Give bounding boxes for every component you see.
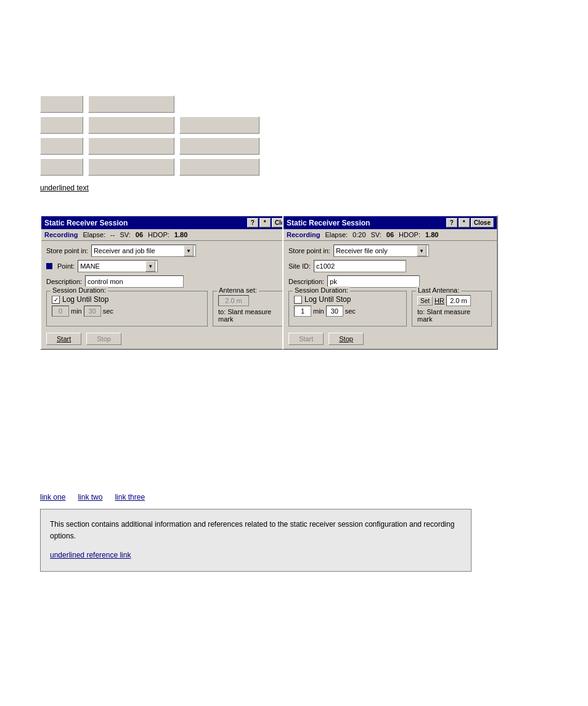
grid-btn-6[interactable]	[40, 137, 83, 155]
dialog2-pin-button[interactable]: *	[459, 218, 470, 227]
dialog1-description-row: Description:	[46, 275, 293, 288]
dialog1-session-antenna-row: Session Duration: Log Until Stop min sec…	[46, 291, 293, 330]
dialog1-min-input	[52, 306, 69, 317]
dialog1-point-select[interactable]: MANE ▼	[78, 260, 158, 272]
dialog2-button-row: Start Stop	[288, 333, 492, 345]
grid-btn-11[interactable]	[179, 158, 259, 176]
bottom-link-3[interactable]: link three	[115, 493, 145, 501]
bottom-link-1[interactable]: link one	[40, 493, 65, 501]
dialog1-store-point-label: Store point in:	[46, 247, 88, 254]
dialog1-log-checkbox[interactable]	[52, 296, 60, 304]
dialog1-antenna-title: Antenna set:	[217, 286, 259, 294]
grid-btn-5[interactable]	[179, 116, 259, 134]
dialog1-store-point-row: Store point in: Receiver and job file ▼	[46, 245, 293, 257]
dialog2-start-button: Start	[288, 333, 324, 345]
dialog2-store-point-label: Store point in:	[288, 247, 330, 254]
point-dropdown-arrow-icon[interactable]: ▼	[145, 261, 155, 272]
dialog2-title-left: Static Receiver Session	[287, 219, 370, 227]
dialog-receiver-job-file: Static Receiver Session ? * Close Record…	[40, 215, 299, 350]
grid-btn-10[interactable]	[88, 158, 174, 176]
dialog2-store-point-select[interactable]: Receiver file only ▼	[333, 245, 429, 257]
dialog2-log-until-stop-label: Log Until Stop	[304, 295, 351, 304]
dialog1-pin-button[interactable]: *	[259, 218, 271, 227]
dialog2-session-antenna-row: Session Duration: Log Until Stop min sec…	[288, 291, 492, 330]
dialog2-min-sec-row: min sec	[294, 306, 401, 317]
dialog2-titlebar: Static Receiver Session ? * Close	[284, 216, 497, 229]
dialog2-description-input[interactable]	[327, 275, 420, 288]
dialog2-body: Store point in: Receiver file only ▼ Sit…	[284, 241, 497, 349]
dialog1-help-button[interactable]: ?	[247, 218, 258, 227]
dialog2-sv-value: 06	[386, 231, 394, 238]
bottom-section: link one link two link three This sectio…	[40, 493, 472, 572]
dialog1-description-input[interactable]	[85, 275, 184, 288]
dialog1-recording-bar: Recording Elapse: -- SV: 06 HDOP: 1.80	[41, 229, 298, 241]
dialog2-set-hr-row: Set HR	[417, 295, 486, 306]
dialog1-antenna-group: Antenna set: to: Slant measure mark	[213, 291, 293, 327]
dialog2-min-label: min	[313, 307, 324, 315]
dialog1-log-until-stop-label: Log Until Stop	[62, 295, 108, 304]
grid-btn-8[interactable]	[179, 137, 259, 155]
dialog2-site-id-label: Site ID:	[288, 262, 311, 270]
bottom-box-link[interactable]: underlined reference link	[50, 551, 131, 559]
grid-btn-3[interactable]	[40, 116, 83, 134]
dialog2-min-input[interactable]	[294, 306, 311, 317]
grid-btn-4[interactable]	[88, 116, 174, 134]
grid-btn-9[interactable]	[40, 158, 83, 176]
dialog2-hdop-label: HDOP:	[399, 231, 420, 238]
dialog2-title-right: ? * Close	[446, 218, 494, 227]
dialog2-stop-button[interactable]: Stop	[329, 333, 364, 345]
dialog1-point-value: MANE	[80, 262, 100, 270]
dialog1-antenna-value-row	[218, 295, 287, 306]
grid-btn-7[interactable]	[88, 137, 174, 155]
dropdown-arrow-icon[interactable]: ▼	[184, 245, 194, 256]
dialog2-help-button[interactable]: ?	[446, 218, 457, 227]
dialog2-sv-label: SV:	[371, 231, 382, 238]
dialog2-log-until-stop-row: Log Until Stop	[294, 295, 401, 304]
dialog2-site-id-input[interactable]	[314, 260, 406, 272]
dialog2-dropdown-arrow-icon[interactable]: ▼	[417, 245, 427, 256]
dialog2-antenna-note: to: Slant measure mark	[417, 308, 486, 323]
bottom-links-row: link one link two link three	[40, 493, 472, 501]
dialog1-hdop-value: 1.80	[174, 231, 187, 238]
dialog1-session-duration-title: Session Duration:	[51, 286, 108, 294]
dialog2-site-id-row: Site ID:	[288, 260, 492, 272]
dialog1-elapse-value: --	[110, 231, 115, 238]
dialog2-hdop-value: 1.80	[425, 231, 438, 238]
dialog2-last-antenna-group: Last Antenna: Set HR to: Slant measure m…	[412, 291, 492, 327]
bottom-info-box: This section contains additional informa…	[40, 509, 472, 572]
dialog2-title-text: Static Receiver Session	[287, 219, 370, 227]
dialog2-close-button[interactable]: Close	[471, 218, 494, 227]
dialog2-hr-value-input[interactable]	[446, 295, 471, 306]
dialog2-set-button[interactable]: Set	[417, 296, 433, 306]
dialog1-log-until-stop-row: Log Until Stop	[52, 295, 202, 304]
dialog1-sec-label: sec	[103, 307, 113, 315]
dialog1-button-row: Start Stop	[46, 333, 293, 345]
dialog1-sv-value: 06	[136, 231, 143, 238]
grid-btn-1[interactable]	[40, 95, 83, 113]
dialog2-description-label: Description:	[288, 278, 324, 285]
dialog1-sv-label: SV:	[120, 231, 130, 238]
dialog2-recording-label: Recording	[287, 231, 320, 238]
dialog1-min-label: min	[71, 307, 82, 315]
bottom-link-2[interactable]: link two	[78, 493, 102, 501]
dialog1-title-left: Static Receiver Session	[44, 219, 128, 227]
dialog1-start-label: tart	[61, 335, 71, 343]
dialog1-stop-button: Stop	[86, 333, 121, 345]
dialog1-store-point-value: Receiver and job file	[94, 247, 155, 254]
dialog1-session-duration-group: Session Duration: Log Until Stop min sec	[46, 291, 208, 327]
dialog2-sec-label: sec	[345, 307, 356, 315]
dialog1-min-sec-row: min sec	[52, 306, 202, 317]
dialog2-session-duration-group: Session Duration: Log Until Stop min sec	[288, 291, 407, 327]
dialog1-body: Store point in: Receiver and job file ▼ …	[41, 241, 298, 349]
dialog1-elapse-label: Elapse:	[83, 231, 105, 238]
dialog2-sec-input[interactable]	[326, 306, 343, 317]
grid-btn-2[interactable]	[88, 95, 174, 113]
point-indicator-icon	[46, 263, 52, 269]
top-button-grid	[40, 95, 259, 176]
dialog2-log-checkbox[interactable]	[294, 296, 302, 304]
dialog1-start-button[interactable]: Start	[46, 333, 81, 345]
dialog1-store-point-select[interactable]: Receiver and job file ▼	[91, 245, 196, 257]
dialog2-description-row: Description:	[288, 275, 492, 288]
dialog2-elapse-value: 0:20	[353, 231, 365, 238]
dialog1-recording-label: Recording	[44, 231, 78, 238]
